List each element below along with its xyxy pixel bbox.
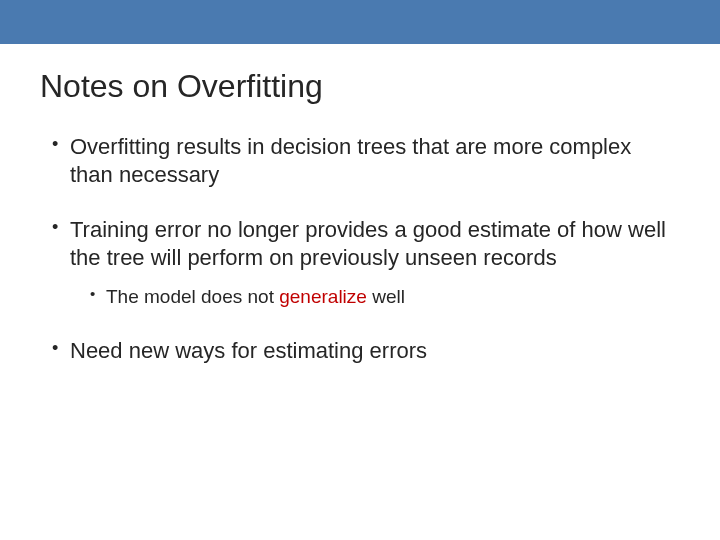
bullet-text: Overfitting results in decision trees th…: [70, 134, 631, 187]
bullet-list: Overfitting results in decision trees th…: [40, 133, 680, 364]
list-item: Overfitting results in decision trees th…: [56, 133, 680, 188]
slide-body: Notes on Overfitting Overfitting results…: [0, 44, 720, 364]
list-item: Need new ways for estimating errors: [56, 337, 680, 365]
sub-bullet-accent: generalize: [279, 286, 367, 307]
slide-title: Notes on Overfitting: [40, 68, 680, 105]
sub-bullet-pre: The model does not: [106, 286, 279, 307]
list-item: Training error no longer provides a good…: [56, 216, 680, 309]
sub-bullet-post: well: [367, 286, 405, 307]
bullet-text: Training error no longer provides a good…: [70, 217, 666, 270]
bullet-text: Need new ways for estimating errors: [70, 338, 427, 363]
list-item: The model does not generalize well: [92, 285, 680, 309]
header-bar: [0, 0, 720, 44]
sub-list: The model does not generalize well: [70, 285, 680, 309]
